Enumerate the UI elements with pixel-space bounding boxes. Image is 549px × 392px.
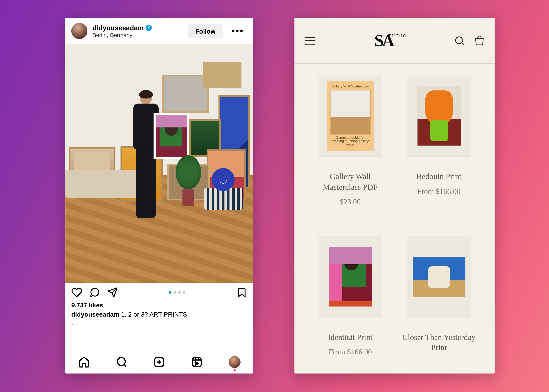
product-grid: Gallery Wall Masterclass Complete guide … xyxy=(294,64,495,373)
profile-tab-avatar[interactable] xyxy=(229,356,240,368)
post-actions xyxy=(65,283,253,300)
profile-name-block[interactable]: didyouseeadam Berlin, Germany xyxy=(92,23,182,38)
product-image xyxy=(319,236,382,317)
product-price: From $166.00 xyxy=(329,348,372,357)
carousel-dots xyxy=(169,291,185,294)
carousel-dot[interactable] xyxy=(183,291,186,294)
store-logo[interactable]: SATUDIO xyxy=(374,31,395,50)
product-title: Bedouin Print xyxy=(416,171,461,182)
profile-avatar[interactable] xyxy=(71,23,87,39)
product-image: Gallery Wall Masterclass Complete guide … xyxy=(319,76,382,156)
product-cover-top: Gallery Wall Masterclass xyxy=(332,84,369,88)
product-price: $23.00 xyxy=(340,198,361,206)
store-page: SATUDIO Gallery Wall Masterclass Complet… xyxy=(294,18,495,373)
product-card[interactable]: Bedouin Print From $166.00 xyxy=(398,76,479,222)
comment-icon[interactable] xyxy=(89,287,100,298)
product-image xyxy=(407,76,471,156)
carousel-dot[interactable] xyxy=(174,291,176,294)
product-title: Identität Print xyxy=(328,332,373,343)
reels-icon[interactable] xyxy=(191,356,203,368)
verified-badge-icon xyxy=(146,25,152,31)
search-icon[interactable] xyxy=(454,35,465,46)
location[interactable]: Berlin, Germany xyxy=(92,32,182,38)
post-meta: 9,737 likes didyouseeadam 1, 2 or 3? ART… xyxy=(65,300,253,332)
search-icon[interactable] xyxy=(116,356,128,368)
caption-username[interactable]: didyouseeadam xyxy=(71,311,119,318)
caption-text: 1, 2 or 3? ART PRINTS xyxy=(121,311,187,318)
product-cover-bottom: Complete guide for creating stunning gal… xyxy=(330,136,371,147)
cart-icon[interactable] xyxy=(473,35,485,46)
share-icon[interactable] xyxy=(107,287,118,298)
product-title: Closer Than Yesterday Print xyxy=(398,332,479,353)
likes-count[interactable]: 9,737 likes xyxy=(71,301,247,308)
bottom-tabbar xyxy=(65,350,253,373)
bookmark-icon[interactable] xyxy=(236,287,247,298)
post-image[interactable] xyxy=(65,44,253,283)
carousel-dot[interactable] xyxy=(169,291,171,294)
product-price: From $166.00 xyxy=(417,187,460,196)
menu-icon[interactable] xyxy=(304,36,316,45)
svg-point-0 xyxy=(117,357,125,365)
home-icon[interactable] xyxy=(78,356,90,368)
product-card[interactable]: Gallery Wall Masterclass Complete guide … xyxy=(310,76,391,222)
like-icon[interactable] xyxy=(71,287,82,298)
follow-button[interactable]: Follow xyxy=(188,24,223,38)
carousel-dot[interactable] xyxy=(178,291,181,294)
instagram-post: didyouseeadam Berlin, Germany Follow ••• xyxy=(65,18,253,373)
product-card[interactable]: Closer Than Yesterday Print xyxy=(398,236,479,373)
caption: didyouseeadam 1, 2 or 3? ART PRINTS . xyxy=(71,310,247,328)
store-header: SATUDIO xyxy=(294,18,495,64)
product-title: Gallery Wall Masterclass PDF xyxy=(310,171,391,192)
create-post-icon[interactable] xyxy=(153,356,165,368)
svg-point-3 xyxy=(456,37,462,43)
product-image xyxy=(407,236,471,317)
username: didyouseeadam xyxy=(92,23,144,32)
post-header: didyouseeadam Berlin, Germany Follow ••• xyxy=(65,18,253,44)
more-options-icon[interactable]: ••• xyxy=(228,26,247,37)
product-card[interactable]: Identität Print From $166.00 xyxy=(310,236,391,373)
